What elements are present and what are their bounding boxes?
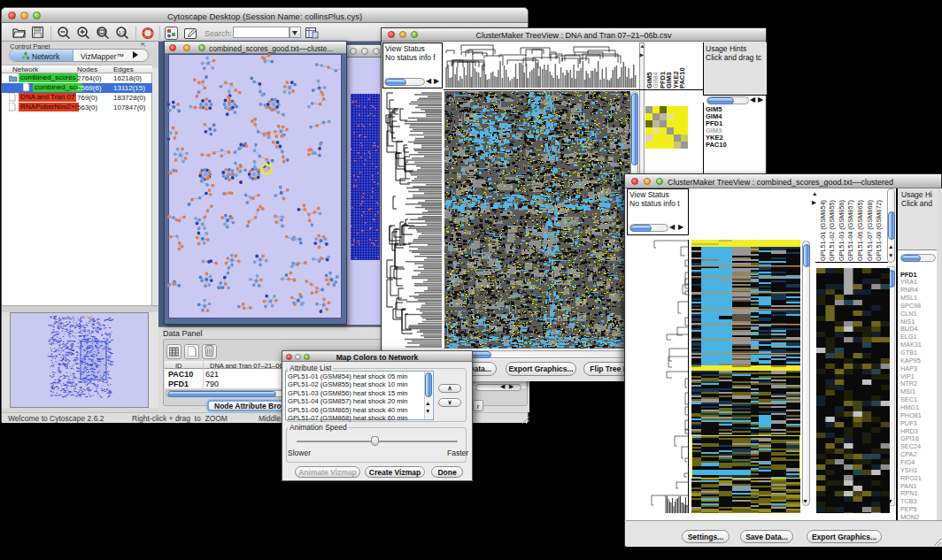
svg-text:GPL51-04 (GSM857): GPL51-04 (GSM857) bbox=[846, 200, 854, 261]
svg-text:GPL51-06 (GSM865): GPL51-06 (GSM865) bbox=[856, 200, 864, 261]
svg-text:1:1: 1:1 bbox=[119, 30, 127, 35]
svg-text:GPL51-07 (GSM868): GPL51-07 (GSM868) bbox=[866, 200, 874, 261]
svg-text:GPL51-08 (GSM872): GPL51-08 (GSM872) bbox=[875, 200, 883, 261]
svg-text:GPL51-01 (GSM854): GPL51-01 (GSM854) bbox=[819, 200, 827, 261]
svg-text:PAC10: PAC10 bbox=[678, 67, 686, 88]
svg-text:GPL51-02 (GSM855): GPL51-02 (GSM855) bbox=[828, 200, 836, 261]
svg-text:GPL51-03 (GSM856): GPL51-03 (GSM856) bbox=[838, 200, 845, 261]
